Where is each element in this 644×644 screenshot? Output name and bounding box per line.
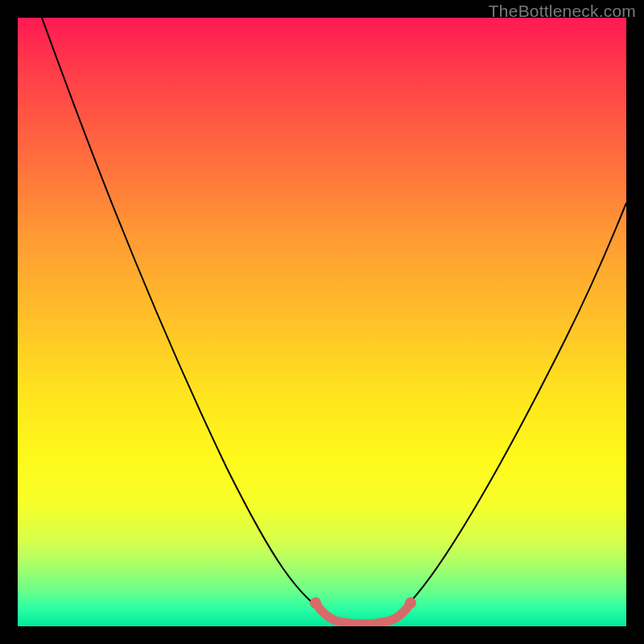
bottleneck-curve [42,18,626,623]
chart-svg-layer [18,18,626,626]
optimal-zone-endpoint-right [405,597,416,609]
optimal-zone-endpoint-left [310,597,321,609]
watermark-text: TheBottleneck.com [489,2,636,21]
chart-plot-area [18,18,626,626]
optimal-zone-highlight [316,603,411,624]
